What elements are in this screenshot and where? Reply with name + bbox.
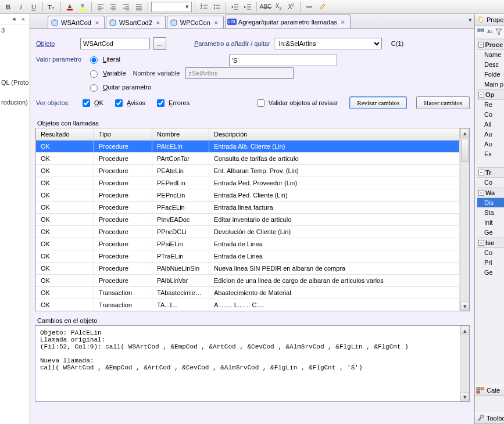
results-grid[interactable]: ResultadoTipoNombreDescripción OKProcedu… [35, 128, 460, 311]
ordered-list-button[interactable]: 12 [198, 1, 210, 13]
quitar-radio[interactable] [90, 84, 98, 92]
property-row[interactable]: Ge [477, 228, 504, 238]
changes-scroll-down[interactable]: ▾ [460, 392, 469, 401]
avisos-checkbox[interactable] [115, 99, 123, 107]
property-row[interactable]: Re [477, 100, 504, 110]
scroll-up-button[interactable]: ▴ [460, 128, 469, 138]
literal-radio[interactable] [90, 56, 98, 64]
wa-group[interactable]: −Wa [477, 188, 504, 198]
column-header[interactable]: Nombre [152, 128, 209, 140]
tab-close-button[interactable]: × [213, 19, 220, 26]
left-panel-prev-button[interactable]: ◂ [10, 15, 18, 23]
property-row[interactable]: Sta [477, 208, 504, 218]
subscript-button[interactable]: X2 [273, 1, 284, 13]
property-row[interactable]: Co [477, 110, 504, 120]
table-row[interactable]: OKProcedurePEAteLinEnt. Albaran Temp. Pr… [36, 164, 460, 177]
proc-group[interactable]: −Proce [477, 39, 504, 50]
table-row[interactable]: OKProcedurePAlcELinEntrada Alb. Cliente … [36, 140, 460, 152]
tr-group[interactable]: −Tr [477, 167, 504, 178]
ok-checkbox[interactable] [83, 99, 90, 107]
tab-1[interactable]: WSartCod2× [106, 16, 166, 28]
parametro-select[interactable]: in:&SelArtIns [274, 38, 382, 49]
bold-button[interactable]: B [2, 1, 14, 13]
scroll-thumb[interactable] [461, 139, 469, 162]
ise-group[interactable]: −Ise [477, 238, 504, 248]
property-row[interactable]: Au [477, 139, 504, 149]
property-row[interactable]: Name [477, 50, 504, 60]
left-item[interactable]: roducion) [1, 99, 28, 106]
hacer-button[interactable]: Hacer cambios [416, 96, 470, 109]
align-center-button[interactable] [108, 1, 119, 13]
strikethrough-button[interactable]: ABC [260, 1, 271, 13]
table-row[interactable]: OKProcedurePPncDCLiDevolución de Cliente… [36, 225, 460, 238]
categories-header[interactable]: Cate [475, 385, 504, 396]
revisar-button[interactable]: Revisar cambios [349, 96, 407, 109]
property-row[interactable]: Init [477, 218, 504, 228]
grid-scrollbar[interactable]: ▴ ▾ [460, 128, 469, 311]
property-row[interactable]: Co [477, 178, 504, 188]
property-row[interactable]: Desc [477, 60, 504, 70]
table-row[interactable]: OKProcedurePInvEADocEditar inventario de… [36, 213, 460, 225]
errores-checkbox[interactable] [157, 99, 165, 107]
font-size-button[interactable]: TT [46, 1, 58, 13]
property-row[interactable]: Ge [477, 268, 504, 278]
objeto-input[interactable] [80, 38, 150, 49]
column-header[interactable]: Resultado [36, 128, 94, 140]
tab-close-button[interactable]: × [339, 19, 346, 26]
properties-header[interactable]: Propert [475, 14, 504, 26]
table-row[interactable]: OKTransactionTAbastecimientoAbastecimien… [36, 286, 460, 299]
changes-scroll-up[interactable]: ▴ [460, 326, 469, 335]
table-row[interactable]: OKProcedurePEPncLinEntrada Ped. Cliente … [36, 189, 460, 201]
changes-text[interactable]: Objeto: PAlcELin Llamada original: (Fil:… [35, 326, 460, 401]
table-row[interactable]: OKProcedurePTraELinEntrada de Linea [36, 250, 460, 262]
tab-close-button[interactable]: × [155, 19, 162, 26]
property-row[interactable]: Ex [477, 149, 504, 159]
table-row[interactable]: OKProcedurePAlbNueLinSinNueva linea SIN … [36, 262, 460, 274]
column-header[interactable]: Descripción [209, 128, 460, 140]
table-row[interactable]: OKProcedurePAlbLinVarEdicion de una line… [36, 274, 460, 286]
left-panel-close-button[interactable]: × [19, 15, 27, 23]
property-row[interactable]: All [477, 120, 504, 130]
alphabetize-button[interactable]: A↓ [487, 27, 494, 37]
table-row[interactable]: OKProcedurePArtConTarConsulta de tarifas… [36, 152, 460, 164]
property-row[interactable]: Pri [477, 258, 504, 268]
underline-button[interactable]: U [28, 1, 40, 13]
table-row[interactable]: OKTransactionTA...L..A........ L.... .. … [36, 299, 460, 311]
property-row[interactable]: Dis [477, 198, 504, 208]
tab-strip-menu[interactable]: ▾ [469, 16, 472, 24]
literal-input[interactable] [229, 55, 337, 66]
tab-3[interactable]: LSIAgregar/quitar parametro llamadas× [225, 15, 351, 28]
italic-button[interactable]: I [15, 1, 27, 13]
tab-0[interactable]: WSArtCod× [48, 16, 105, 28]
validar-checkbox[interactable] [257, 99, 264, 107]
outdent-button[interactable] [229, 1, 241, 13]
table-row[interactable]: OKProcedurePEPedLinEntrada Ped. Proveedo… [36, 177, 460, 189]
property-row[interactable]: Main p [477, 80, 504, 89]
left-item[interactable]: QL (Prototip [1, 79, 28, 86]
hr-button[interactable] [303, 1, 315, 13]
left-item[interactable]: 3 [1, 27, 28, 34]
table-row[interactable]: OKProcedurePPsiELinEntrada de Linea [36, 238, 460, 250]
superscript-button[interactable]: X2 [285, 1, 297, 13]
tab-close-button[interactable]: × [94, 19, 101, 26]
align-right-button[interactable] [120, 1, 132, 13]
unordered-list-button[interactable] [211, 1, 223, 13]
property-row[interactable]: Folde [477, 70, 504, 80]
variable-radio[interactable] [90, 70, 98, 78]
justify-button[interactable] [133, 1, 145, 13]
edit-button[interactable] [316, 1, 328, 13]
align-left-button[interactable] [95, 1, 106, 13]
property-row[interactable]: Au [477, 130, 504, 139]
font-color-button[interactable] [64, 1, 76, 13]
column-header[interactable]: Tipo [94, 128, 152, 140]
indent-button[interactable] [242, 1, 253, 13]
table-row[interactable]: OKProcedurePFacELinEntrada linea factura [36, 201, 460, 213]
scroll-down-button[interactable]: ▾ [460, 301, 469, 311]
font-combo[interactable]: ▾ [151, 2, 192, 12]
toolbox-header[interactable]: Toolbo [475, 412, 504, 424]
tab-2[interactable]: WPCoCon× [167, 16, 224, 28]
changes-scrollbar[interactable]: ▴ ▾ [460, 326, 469, 401]
filter-button[interactable] [495, 27, 503, 37]
objeto-browse-button[interactable]: … [153, 37, 166, 50]
property-row[interactable]: Co [477, 248, 504, 258]
